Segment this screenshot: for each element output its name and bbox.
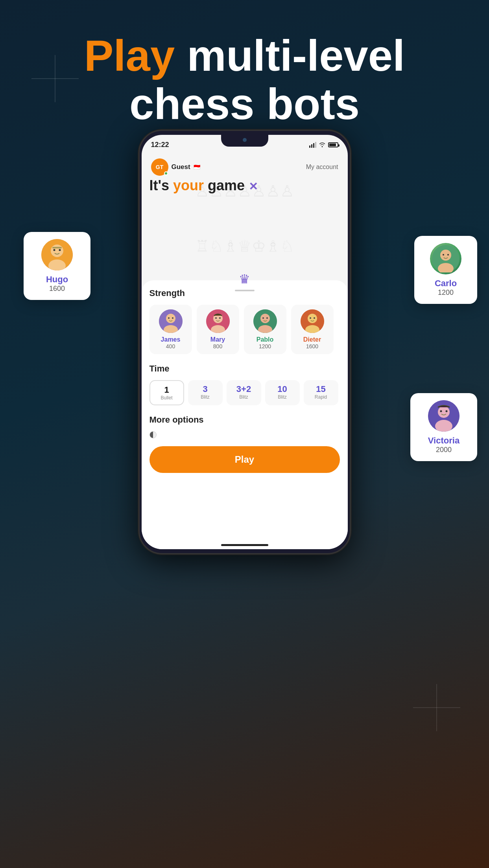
status-time: 12:22 [151,141,169,149]
play-button[interactable]: Play [149,446,340,473]
hugo-rating: 1600 [49,285,65,293]
phone-body: 12:22 [138,130,351,554]
carlo-avatar [430,243,461,274]
svg-point-18 [266,317,268,319]
carlo-float-card[interactable]: Carlo 1200 [414,236,477,304]
signal-icon [309,142,316,148]
game-hero-text: It's your game ✕ [149,177,340,194]
svg-point-5 [166,314,175,323]
user-flag: 🇮🇩 [194,164,200,170]
notch-camera [243,138,247,142]
james-rating: 400 [166,343,175,349]
victoria-name: Victoria [428,436,459,446]
svg-point-8 [172,317,173,319]
svg-point-38 [440,410,442,412]
victoria-float-card[interactable]: Victoria 2000 [410,393,477,461]
bot-card-dieter[interactable]: Dieter 1600 [291,305,334,354]
phone-screen: 12:22 [142,135,348,549]
battery-icon [328,142,338,147]
online-indicator [164,171,168,175]
time-card-3-2[interactable]: 3+2 Blitz [227,380,261,405]
time-title: Time [149,364,340,374]
svg-point-36 [438,406,450,418]
your-text: your [173,177,204,193]
my-account-link[interactable]: My account [306,164,338,171]
its-text: It's [149,177,173,193]
svg-point-13 [219,317,221,319]
svg-point-25 [51,245,63,257]
svg-point-28 [59,249,61,251]
pablo-name: Pablo [256,336,274,343]
strength-section: Strength [149,288,340,354]
hero-title: Play multi-level chess bots [0,31,489,128]
chess-crown-icon: ♛ [239,272,250,287]
dieter-face [301,309,324,333]
user-avatar: GT [151,158,168,176]
james-name: James [161,336,181,343]
time-card-3[interactable]: 3 Blitz [188,380,223,405]
pablo-rating: 1200 [259,343,271,349]
carlo-rating: 1200 [438,289,454,297]
game-text: game [204,177,245,193]
color-toggle-icon[interactable] [149,431,157,438]
svg-point-7 [168,317,170,319]
wifi-icon [319,142,326,147]
time-unit-3: Blitz [201,394,210,400]
pablo-face [253,309,277,333]
svg-point-17 [262,317,264,319]
time-card-1[interactable]: 1 Bullet [149,380,184,405]
svg-point-39 [446,410,448,412]
svg-point-12 [215,317,217,319]
hugo-name: Hugo [46,274,68,285]
more-options-title: More options [149,415,340,425]
svg-point-27 [54,249,55,251]
hero-line2: chess bots [129,79,360,129]
bot-avatar-pablo [253,309,277,333]
time-unit-15: Rapid [315,394,327,400]
hero-highlight: Play [84,31,175,80]
bot-avatar-dieter [301,309,324,333]
time-unit-10: Blitz [278,394,287,400]
time-card-10[interactable]: 10 Blitz [265,380,300,405]
chess-cross-icon: ✕ [249,180,258,193]
time-value-3-2: 3+2 [236,384,251,394]
victoria-avatar [428,400,459,432]
home-indicator [221,544,268,546]
mary-face [206,309,230,333]
mary-rating: 800 [213,343,222,349]
dieter-name: Dieter [303,336,321,343]
bot-avatar-mary [206,309,230,333]
hero-section: Play multi-level chess bots [0,31,489,128]
bot-avatar-james [159,309,183,333]
bot-card-james[interactable]: James 400 [149,305,192,354]
carlo-name: Carlo [435,278,457,289]
time-value-15: 15 [316,384,325,394]
time-section: Time 1 Bullet 3 Blitz 3+2 Blitz [149,364,340,405]
bot-card-mary[interactable]: Mary 800 [197,305,239,354]
hero-line1-rest: multi-level [175,31,405,80]
bots-row: James 400 [149,305,340,354]
bot-card-pablo[interactable]: Pablo 1200 [244,305,286,354]
svg-point-22 [310,317,311,319]
svg-rect-29 [52,247,62,248]
time-unit-3-2: Blitz [239,394,248,400]
more-options-row [149,431,340,438]
svg-point-33 [443,254,444,256]
time-card-15[interactable]: 15 Rapid [304,380,338,405]
mary-name: Mary [210,336,225,343]
james-face [159,309,183,333]
user-name: Guest [172,163,190,171]
avatar-initials: GT [156,164,163,170]
hugo-avatar [41,239,73,270]
more-options-section: More options [149,415,340,438]
user-info: GT Guest 🇮🇩 [151,158,200,176]
time-row: 1 Bullet 3 Blitz 3+2 Blitz 10 [149,380,340,405]
status-icons [309,142,338,148]
phone-wrapper: 12:22 [138,130,351,554]
hugo-float-card[interactable]: Hugo 1600 [24,232,90,300]
bottom-panel: Strength [142,280,348,549]
dieter-rating: 1600 [306,343,318,349]
nav-indicator [235,290,255,291]
chess-nav-area: ♛ [235,272,255,291]
time-value-1: 1 [164,385,169,395]
